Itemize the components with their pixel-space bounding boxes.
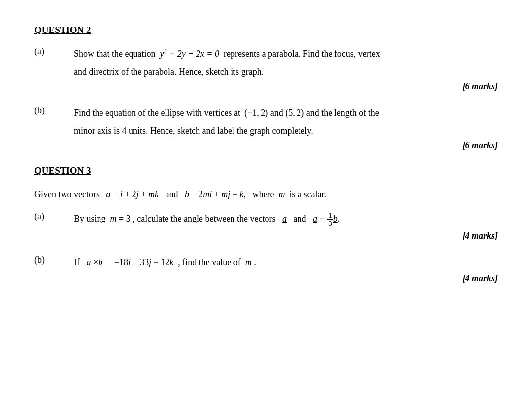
q2b-and1: and xyxy=(270,108,286,118)
q2-part-a-marks-row: [6 marks] xyxy=(34,81,498,92)
q2-part-a-label: (a) xyxy=(34,46,74,62)
question-2-block: QUESTION 2 (a) Show that the equation y2… xyxy=(34,25,498,151)
question-2-title: QUESTION 2 xyxy=(34,25,498,35)
q2-part-a-marks: [6 marks] xyxy=(463,81,498,92)
q2-part-a-content: Show that the equation y2 − 2y + 2x = 0 … xyxy=(74,46,498,62)
q3-part-a-marks-row: [4 marks] xyxy=(34,231,498,241)
q3a-vec-expr: a xyxy=(313,214,317,223)
q3-part-a-row: (a) By using m = 3 , calculate the angle… xyxy=(34,211,498,228)
q2-part-b-content: Find the equation of the ellipse with ve… xyxy=(74,105,498,121)
q2-part-b-marks-row: [6 marks] xyxy=(34,140,498,151)
q3a-vec-a: a xyxy=(282,214,287,223)
q3-part-b-marks-row: [4 marks] xyxy=(34,273,498,284)
q3-vec-b: b xyxy=(185,190,189,199)
q2-part-a-row: (a) Show that the equation y2 − 2y + 2x … xyxy=(34,46,498,62)
q2-part-b-label: (b) xyxy=(34,105,74,121)
q2b-vertex2: (5, 2) xyxy=(285,108,304,118)
q3-part-a-label: (a) xyxy=(34,211,74,228)
q3-intro: Given two vectors a = i + 2j + mk and b … xyxy=(34,187,498,202)
q3b-vec-b: b xyxy=(98,257,102,267)
q3a-frac: 13 xyxy=(327,211,333,228)
q3b-vec-a: a xyxy=(87,257,91,267)
question-3-title: QUESTION 3 xyxy=(34,165,498,176)
q3-part-b-row: (b) If a ×b = −18i + 33j − 12k , find th… xyxy=(34,255,498,270)
q3-part-b-label: (b) xyxy=(34,255,74,270)
q3-part-a-marks: [4 marks] xyxy=(463,231,498,241)
q2b-and2: and the length of the xyxy=(306,108,379,118)
q3-part-a-content: By using m = 3 , calculate the angle bet… xyxy=(74,211,498,228)
q2-part-a-line2: and directrix of the parabola. Hence, sk… xyxy=(74,64,498,80)
q2-part-b-row: (b) Find the equation of the ellipse wit… xyxy=(34,105,498,121)
q3-part-b-marks: [4 marks] xyxy=(463,273,498,284)
q3a-vec-b: b xyxy=(333,214,338,223)
q3-part-b-content: If a ×b = −18i + 33j − 12k , find the va… xyxy=(74,255,498,270)
q2b-vertex1: (−1, 2) xyxy=(242,108,268,118)
q2-part-b-line2: minor axis is 4 units. Hence, sketch and… xyxy=(74,124,498,139)
question-3-block: QUESTION 3 Given two vectors a = i + 2j … xyxy=(34,165,498,283)
q2a-equation: y2 − 2y + 2x = 0 xyxy=(160,49,219,59)
q2-part-b-marks: [6 marks] xyxy=(463,140,498,151)
q3-vec-a: a xyxy=(106,190,110,199)
